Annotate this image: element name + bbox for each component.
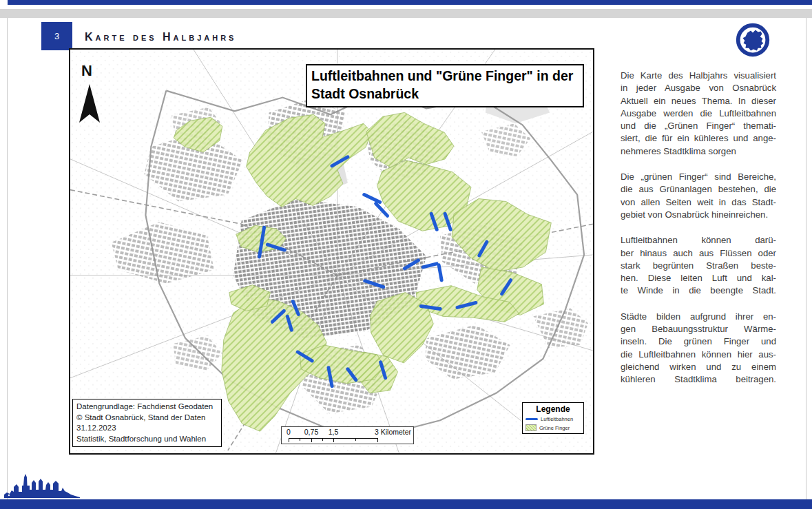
scale-label: 0: [287, 428, 291, 436]
paragraph-line: Die Karte des Halbjahrs visualisiert: [621, 70, 776, 82]
paragraph-line: Die „grünen Finger“ sind Bereiche,: [621, 171, 776, 183]
paragraph: Luftleitbahnen können darü-ber hinaus au…: [621, 234, 776, 297]
article-text-column: Die Karte des Halbjahrs visualisiertin j…: [621, 70, 776, 399]
paragraph-line: kühleren Stadtklima beitragen.: [621, 373, 776, 386]
source-line: 31.12.2023: [76, 423, 218, 434]
paragraph-line: gebiet von Osnabrück hineinreichen.: [621, 209, 776, 221]
paragraph-line: inseln. Die grünen Finger und: [621, 335, 776, 348]
page-number-badge: 3: [41, 22, 72, 50]
paragraph-line: gleichend wirken und zu einem: [621, 361, 776, 373]
paragraph-line: stark begrünten Straßen beste-: [621, 260, 776, 272]
legend-item-label: Luftleitbahnen: [541, 416, 573, 422]
paragraph-line: ber hinaus auch aus Flüssen oder: [621, 247, 776, 260]
paragraph: Die „grünen Finger“ sind Bereiche,die au…: [621, 171, 776, 221]
paragraph-line: Luftleitbahnen können darü-: [621, 234, 776, 247]
paragraph-line: die Luftleitbahnen können hier aus-: [621, 349, 776, 361]
paragraph-line: gen Bebauungsstruktur Wärme-: [621, 323, 776, 335]
legend-hatch-symbol: [525, 424, 537, 431]
legend-title: Legende: [525, 404, 581, 414]
legend-line-symbol: [525, 418, 538, 421]
paragraph: Städte bilden aufgrund ihrer en-gen Beba…: [621, 311, 776, 386]
paragraph-line: Aktuell ein neues Thema. In dieser: [621, 95, 776, 107]
north-label: N: [81, 62, 92, 80]
map-canvas: [70, 50, 593, 453]
paragraph: Die Karte des Halbjahrs visualisiertin j…: [621, 70, 776, 158]
paragraph-line: Ausgabe werden die Luftleitbahnen: [621, 107, 776, 120]
map-figure: Luftleitbahnen und "Grüne Finger" in der…: [69, 48, 594, 455]
footer-accent-bar: [0, 499, 812, 509]
scale-label: 3 Kilometer: [375, 428, 411, 436]
legend-item: Grüne Finger: [525, 424, 581, 431]
top-gray-band: [0, 9, 812, 18]
source-line: Datengrundlage: Fachdienst Geodaten: [76, 402, 218, 413]
legend-item-label: Grüne Finger: [539, 425, 570, 431]
paragraph-line: von allen Seiten weit in das Stadt-: [621, 196, 776, 209]
scale-label: 1,5: [329, 428, 339, 436]
page-right-edge: [806, 18, 806, 499]
paragraph-line: die aus Grünanlagen bestehen, die: [621, 183, 776, 196]
source-line: Statistik, Stadtforschung und Wahlen: [76, 434, 218, 445]
legend-item: Luftleitbahnen: [525, 416, 581, 422]
paragraph-line: und die „Grünen Finger“ themati-: [621, 120, 776, 132]
page-title: Karte des Halbjahrs: [85, 31, 236, 43]
page-number: 3: [54, 31, 59, 41]
osnabrueck-logo-icon: [733, 21, 773, 61]
scale-bar: 00,751,53 Kilometer: [281, 426, 414, 444]
paragraph-line: siert, die für ein kühleres und ange-: [621, 132, 776, 145]
north-arrow-icon: [76, 83, 103, 128]
paragraph-line: nehmeres Stadtklima sorgen: [621, 145, 776, 158]
map-legend: Legende LuftleitbahnenGrüne Finger: [522, 402, 584, 434]
source-line: © Stadt Osnabrück, Stand der Daten: [76, 413, 218, 424]
paragraph-line: hen. Diese leiten Luft und kal-: [621, 272, 776, 284]
city-skyline-icon: [4, 473, 80, 501]
scale-label: 0,75: [304, 428, 318, 436]
paragraph-line: te Winde in die beengte Stadt.: [621, 284, 776, 297]
top-accent-bar: [8, 0, 812, 5]
map-title: Luftleitbahnen und "Grüne Finger" in der…: [306, 64, 584, 107]
document-page: { "page": {"number": "3", "section_title…: [0, 0, 812, 509]
paragraph-line: in jeder Ausgabe von Osnabrück: [621, 82, 776, 94]
paragraph-line: Städte bilden aufgrund ihrer en-: [621, 311, 776, 323]
page-left-edge: [7, 18, 8, 499]
data-source-box: Datengrundlage: Fachdienst Geodaten© Sta…: [72, 399, 222, 447]
